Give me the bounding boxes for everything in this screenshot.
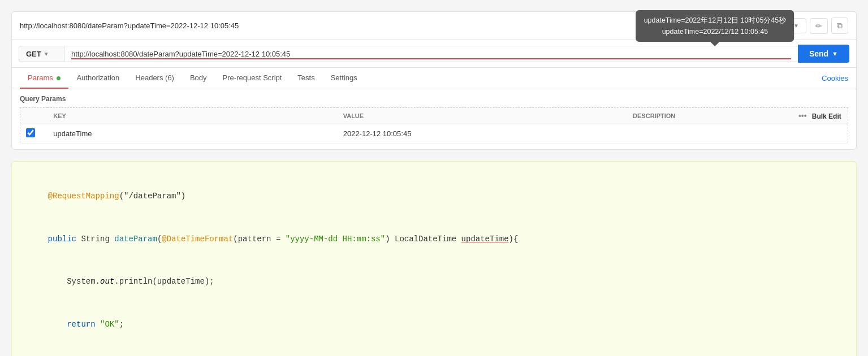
tab-authorization-label: Authorization — [76, 73, 119, 82]
row-key[interactable]: updateTime — [47, 124, 337, 144]
system-out: System. — [48, 277, 100, 286]
method-name: dateParam — [114, 235, 157, 244]
params-dot — [57, 76, 61, 80]
col-actions-header: ••• Bulk Edit — [793, 108, 848, 124]
url-bar: http://localhost:8080/dateParam?updateTi… — [12, 12, 856, 40]
tab-settings[interactable]: Settings — [323, 68, 365, 89]
out-italic: out — [100, 277, 114, 286]
tab-tests[interactable]: Tests — [290, 68, 322, 89]
tab-body-label: Body — [190, 73, 207, 82]
col-value-header: VALUE — [338, 108, 627, 124]
tab-params[interactable]: Params — [20, 68, 68, 89]
code-line-2: public String dateParam(@DateTimeFormat(… — [29, 218, 839, 261]
request-line: GET ▼ http://localhost:8080/dateParam?up… — [12, 40, 856, 68]
tooltip-line1: updateTime=2022年12月12日 10时05分45秒 — [644, 15, 787, 26]
annotation-requestmapping: @RequestMapping — [48, 192, 119, 201]
more-options-icon[interactable]: ••• — [798, 111, 807, 120]
return-value: "OK" — [100, 320, 119, 329]
annotation-datetimeformat: @DateTimeFormat — [162, 235, 233, 244]
tab-body[interactable]: Body — [182, 68, 215, 89]
save-chevron-icon: ▼ — [793, 23, 799, 29]
row-description[interactable] — [627, 124, 793, 144]
params-section: Query Params KEY VALUE DESCRIPTION ••• B… — [12, 89, 856, 149]
url-value: http://localhost:8080/dateParam?updateTi… — [71, 50, 290, 58]
url-underline — [71, 58, 791, 59]
send-label: Send — [809, 49, 828, 58]
bulk-edit-button[interactable]: Bulk Edit — [812, 112, 841, 120]
copy-button[interactable]: ⧉ — [831, 18, 848, 34]
send-button[interactable]: Send ▼ — [798, 45, 849, 63]
query-params-title: Query Params — [20, 95, 848, 103]
tooltip-line2: updateTime=2022/12/12 10:05:45 — [644, 26, 787, 37]
tab-prerequest-label: Pre-request Script — [223, 73, 282, 82]
param-rest: ) LocalDateTime — [385, 235, 461, 244]
col-desc-header: DESCRIPTION — [627, 108, 793, 124]
tab-prerequest[interactable]: Pre-request Script — [215, 68, 290, 89]
method-select[interactable]: GET ▼ — [19, 46, 64, 62]
param-name: updateTime — [461, 235, 509, 244]
row-actions — [793, 124, 848, 144]
cookies-link[interactable]: Cookies — [822, 68, 848, 88]
send-chevron-icon: ▼ — [832, 50, 838, 57]
tab-settings-label: Settings — [331, 73, 357, 82]
code-line-1: @RequestMapping("/dateParam") — [29, 175, 839, 218]
tab-headers-label: Headers (6) — [135, 73, 174, 82]
annotation-arg: ("/dateParam") — [119, 192, 186, 201]
method-end: ){ — [509, 235, 519, 244]
postman-panel: http://localhost:8080/dateParam?updateTi… — [11, 11, 857, 150]
row-value[interactable]: 2022-12-12 10:05:45 — [338, 124, 627, 144]
copy-icon: ⧉ — [837, 21, 843, 30]
method-label: GET — [26, 50, 41, 58]
pattern-value: "yyyy-MM-dd HH:mm:ss" — [286, 235, 385, 244]
params-table: KEY VALUE DESCRIPTION ••• Bulk Edit upda… — [20, 107, 848, 144]
url-display: http://localhost:8080/dateParam?updateTi… — [20, 21, 709, 30]
println: .println(updateTime); — [114, 277, 214, 286]
col-check-header — [20, 108, 48, 124]
url-input-text: http://localhost:8080/dateParam?updateTi… — [71, 50, 791, 58]
tab-tests-label: Tests — [297, 73, 314, 82]
row-checkbox[interactable] — [26, 128, 35, 137]
method-chevron-icon: ▼ — [44, 51, 49, 57]
tab-authorization[interactable]: Authorization — [68, 68, 127, 89]
tab-headers[interactable]: Headers (6) — [127, 68, 182, 89]
tab-params-label: Params — [28, 73, 53, 82]
table-row: updateTime 2022-12-12 10:05:45 — [20, 124, 848, 144]
code-line-4: return "OK"; — [29, 303, 839, 346]
edit-icon: ✏ — [815, 21, 822, 31]
code-line-5: } — [29, 346, 839, 356]
edit-button[interactable]: ✏ — [810, 18, 828, 34]
return-keyword: return — [48, 320, 100, 329]
code-line-3: System.out.println(updateTime); — [29, 261, 839, 303]
code-panel: @RequestMapping("/dateParam") public Str… — [11, 161, 857, 356]
return-type: String — [76, 235, 114, 244]
url-input[interactable]: http://localhost:8080/dateParam?updateTi… — [64, 46, 798, 62]
keyword-public: public — [48, 235, 76, 244]
tabs-bar: Params Authorization Headers (6) Body Pr… — [12, 68, 856, 89]
pattern-key: (pattern = — [233, 235, 285, 244]
tooltip-box: updateTime=2022年12月12日 10时05分45秒 updateT… — [636, 10, 794, 42]
semicolon: ; — [119, 320, 124, 329]
col-key-header: KEY — [47, 108, 337, 124]
